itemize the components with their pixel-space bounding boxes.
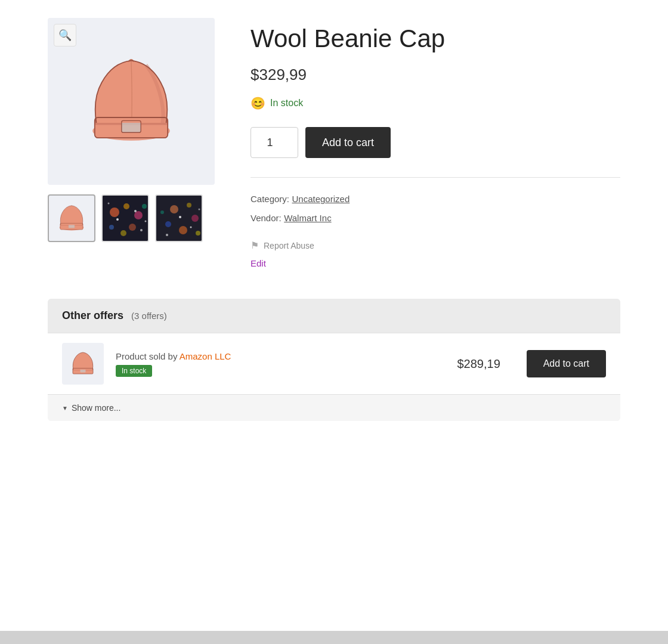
other-offers-section: Other offers (3 offers) Product sold by … [48, 299, 620, 421]
svg-point-34 [199, 209, 200, 210]
svg-point-13 [123, 203, 129, 209]
thumbnail-1-image [55, 202, 88, 235]
thumbnail-2-image [103, 194, 148, 242]
svg-point-14 [134, 211, 143, 219]
svg-point-33 [166, 234, 168, 236]
product-divider [250, 177, 620, 178]
svg-point-17 [142, 204, 147, 209]
sold-by-text: Product sold by [116, 351, 177, 361]
svg-point-35 [190, 227, 192, 228]
svg-point-30 [160, 210, 164, 214]
thumbnail-1[interactable] [48, 194, 95, 242]
svg-point-23 [145, 221, 147, 222]
vendor-label: Vendor: [250, 213, 282, 223]
svg-point-22 [108, 203, 110, 205]
svg-point-19 [116, 218, 119, 221]
add-to-cart-button[interactable]: Add to cart [305, 127, 391, 158]
svg-point-29 [179, 226, 187, 234]
product-main-image [78, 48, 185, 155]
main-image-container: 🔍 [48, 18, 215, 185]
seller-link[interactable]: Amazon LLC [180, 351, 231, 361]
report-abuse-label: Report Abuse [264, 241, 314, 250]
thumbnail-3-image [156, 194, 202, 242]
thumbnail-row [48, 194, 215, 242]
offer-in-stock-badge: In stock [116, 365, 152, 377]
svg-point-26 [187, 203, 191, 208]
quantity-input[interactable] [250, 127, 298, 158]
show-more-row[interactable]: ▼ Show more... [48, 394, 620, 421]
show-more-label: Show more... [72, 403, 120, 413]
vendor-link[interactable]: Walmart Inc [284, 213, 331, 223]
offer-thumbnail [62, 343, 104, 385]
footer-bar [0, 631, 668, 644]
add-to-cart-row: Add to cart [250, 127, 620, 158]
other-offers-header: Other offers (3 offers) [48, 299, 620, 333]
svg-point-31 [196, 231, 200, 236]
offer-thumb-image [68, 349, 98, 379]
offer-info: Product sold by Amazon LLC In stock [116, 351, 431, 377]
svg-point-12 [110, 208, 119, 217]
thumbnail-3[interactable] [155, 194, 203, 242]
zoom-icon: 🔍 [58, 29, 72, 42]
svg-point-15 [109, 225, 114, 230]
stock-icon: 😊 [250, 96, 265, 110]
offer-price: $289,19 [443, 357, 515, 371]
product-details: Wool Beanie Cap $329,99 😊 In stock Add t… [250, 18, 620, 269]
triangle-icon: ▼ [62, 405, 68, 411]
other-offers-title: Other offers [62, 309, 123, 321]
svg-point-32 [179, 216, 181, 218]
offer-add-to-cart-button[interactable]: Add to cart [527, 350, 606, 377]
flag-icon: ⚑ [250, 240, 259, 251]
product-meta: Category: Uncategorized Vendor: Walmart … [250, 190, 620, 228]
report-abuse-link[interactable]: ⚑ Report Abuse [250, 240, 620, 251]
offers-count: (3 offers) [131, 311, 167, 321]
svg-point-28 [165, 221, 171, 227]
product-title: Wool Beanie Cap [250, 24, 620, 54]
category-label: Category: [250, 194, 289, 204]
svg-point-25 [170, 205, 178, 213]
thumbnail-2[interactable] [101, 194, 149, 242]
category-row: Category: Uncategorized [250, 190, 620, 209]
edit-link[interactable]: Edit [250, 258, 266, 268]
svg-point-18 [120, 230, 126, 236]
vendor-row: Vendor: Walmart Inc [250, 209, 620, 228]
category-link[interactable]: Uncategorized [292, 194, 350, 204]
svg-point-21 [140, 229, 143, 231]
zoom-button[interactable]: 🔍 [54, 24, 76, 47]
offer-seller-text: Product sold by Amazon LLC [116, 351, 431, 361]
product-section: 🔍 [48, 18, 620, 269]
product-price: $329,99 [250, 66, 620, 84]
stock-status: 😊 In stock [250, 96, 620, 110]
product-images: 🔍 [48, 18, 215, 269]
offer-row: Product sold by Amazon LLC In stock $289… [48, 333, 620, 394]
stock-label: In stock [270, 98, 303, 109]
svg-point-27 [191, 215, 199, 222]
svg-point-20 [134, 210, 137, 212]
svg-point-16 [129, 224, 136, 231]
